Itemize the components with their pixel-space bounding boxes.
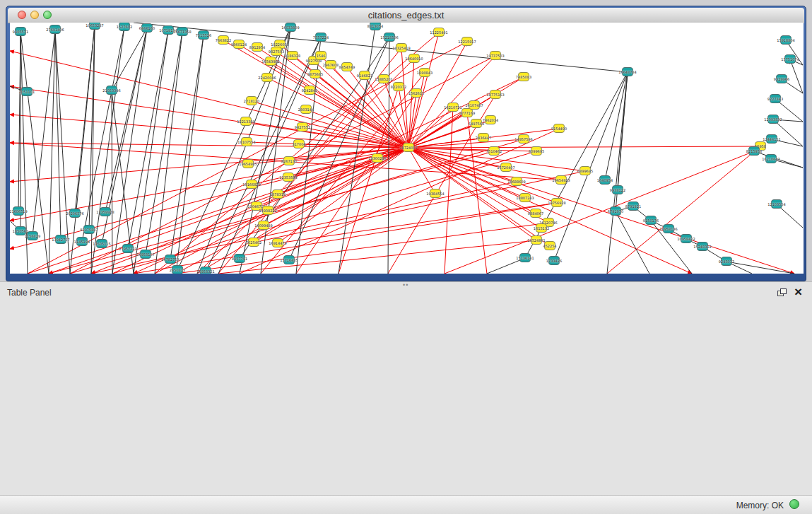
- graph-node[interactable]: 9227343: [770, 94, 781, 103]
- graph-node[interactable]: 16782753: [165, 255, 176, 264]
- graph-node[interactable]: 14524861: [531, 235, 542, 245]
- graph-edge[interactable]: [91, 25, 95, 274]
- graph-edge[interactable]: [10, 148, 408, 249]
- graph-node[interactable]: 12215917: [461, 37, 473, 46]
- graph-edge[interactable]: [28, 120, 490, 274]
- graph-node[interactable]: 1562615: [411, 88, 422, 98]
- graph-edge[interactable]: [408, 146, 760, 148]
- graph-edge[interactable]: [146, 32, 182, 255]
- graph-edge[interactable]: [408, 148, 536, 151]
- graph-edge[interactable]: [445, 107, 453, 274]
- graph-node[interactable]: 1145194: [76, 237, 88, 246]
- graph-edge[interactable]: [112, 28, 147, 90]
- graph-node[interactable]: 15248312: [697, 242, 708, 251]
- graph-node[interactable]: 9245012: [721, 257, 732, 266]
- graph-node[interactable]: 2051101: [21, 87, 33, 96]
- graph-node[interactable]: 18640910: [408, 54, 420, 63]
- graph-node[interactable]: 12103554: [771, 199, 782, 209]
- graph-edge[interactable]: [55, 30, 61, 240]
- graph-node[interactable]: 8791921: [628, 201, 639, 211]
- graph-node[interactable]: 17359928: [100, 207, 111, 216]
- graph-node[interactable]: 2967608: [325, 60, 336, 69]
- graph-node[interactable]: 16210721: [447, 103, 459, 112]
- graph-node[interactable]: 452254: [544, 241, 555, 250]
- graph-node[interactable]: 1690843: [419, 68, 430, 77]
- graph-node[interactable]: 1527602: [119, 23, 130, 31]
- graph-node[interactable]: 22420046: [261, 73, 273, 82]
- graph-node[interactable]: 15136141: [519, 253, 531, 262]
- graph-node[interactable]: 8220372: [393, 82, 404, 91]
- graph-node[interactable]: 317004: [293, 139, 305, 148]
- graph-edge[interactable]: [112, 151, 536, 274]
- graph-node[interactable]: 6497568: [471, 119, 482, 128]
- graph-node[interactable]: 8267130: [283, 156, 295, 165]
- graph-node[interactable]: 18807243: [519, 193, 531, 202]
- graph-node[interactable]: 1156829: [27, 231, 38, 240]
- graph-node[interactable]: 8878314: [272, 189, 283, 199]
- graph-node[interactable]: 9242845: [304, 86, 315, 95]
- graph-node[interactable]: 8099695: [531, 146, 542, 156]
- graph-node[interactable]: 19756928: [551, 198, 563, 207]
- graph-node[interactable]: 21053346: [106, 86, 117, 95]
- graph-node[interactable]: 17957223: [122, 244, 134, 253]
- graph-node[interactable]: 2803144: [300, 105, 312, 114]
- graph-node[interactable]: 9329966: [776, 74, 787, 83]
- graph-node[interactable]: 27691406: [49, 25, 61, 34]
- memory-indicator[interactable]: [789, 499, 799, 509]
- graph-node[interactable]: 10688609: [511, 177, 522, 186]
- graph-node[interactable]: 13505115: [96, 239, 107, 248]
- graph-edge[interactable]: [128, 30, 168, 249]
- graph-node[interactable]: 15218506: [384, 33, 395, 42]
- graph-node[interactable]: 19166829: [246, 180, 257, 189]
- graph-node[interactable]: 8813054: [370, 23, 381, 30]
- float-panel-icon[interactable]: [777, 288, 787, 296]
- graph-node[interactable]: 7557224: [315, 33, 326, 42]
- graph-node[interactable]: 12213389: [240, 117, 252, 126]
- graph-node[interactable]: 12444151: [766, 134, 777, 144]
- graph-node[interactable]: 12353594: [283, 173, 294, 182]
- window-titlebar[interactable]: citations_edges.txt: [8, 8, 804, 23]
- graph-node[interactable]: 9457791: [234, 254, 245, 263]
- graph-node[interactable]: 7515526: [198, 30, 209, 40]
- graph-edge[interactable]: [726, 262, 794, 274]
- graph-node[interactable]: 16958321: [200, 267, 211, 274]
- graph-node[interactable]: 16210643: [765, 154, 777, 163]
- graph-node[interactable]: 14938222: [262, 206, 273, 215]
- graph-node[interactable]: 19654923: [555, 175, 567, 185]
- close-panel-icon[interactable]: ×: [794, 283, 802, 301]
- graph-edge[interactable]: [10, 86, 408, 148]
- graph-edge[interactable]: [33, 30, 55, 236]
- graph-edge[interactable]: [554, 72, 628, 261]
- graph-node[interactable]: 21606519: [13, 206, 24, 216]
- graph-edge[interactable]: [134, 203, 557, 274]
- graph-edge[interactable]: [170, 35, 204, 259]
- graph-node[interactable]: 18107554: [241, 137, 252, 146]
- graph-node[interactable]: 9938122: [612, 185, 623, 194]
- graph-node[interactable]: 6791970: [610, 206, 621, 216]
- graph-node[interactable]: 15716485: [283, 255, 295, 264]
- graph-node[interactable]: 9884067: [530, 209, 541, 218]
- graph-edge[interactable]: [218, 240, 536, 274]
- graph-node[interactable]: 16033809: [285, 23, 296, 32]
- graph-node[interactable]: 11225491: [433, 28, 445, 37]
- graph-node[interactable]: 7625402: [248, 238, 259, 247]
- graph-node[interactable]: 2436447: [478, 133, 489, 142]
- graph-node[interactable]: 15751074: [784, 54, 796, 64]
- graph-node[interactable]: 6466160: [141, 23, 153, 33]
- graph-node[interactable]: 7510462: [488, 146, 500, 156]
- graph-node[interactable]: 19654985: [242, 159, 254, 168]
- graph-edge[interactable]: [296, 93, 416, 274]
- graph-node[interactable]: 9150176: [645, 216, 657, 225]
- graph-node[interactable]: 8454749: [341, 62, 353, 71]
- graph-node[interactable]: 16958107: [140, 250, 151, 259]
- graph-node[interactable]: 16099489: [258, 221, 269, 230]
- graph-node[interactable]: 9427552: [297, 122, 308, 132]
- graph-node[interactable]: 2450312: [172, 265, 183, 274]
- graph-node[interactable]: 10719134: [163, 25, 174, 35]
- graph-node[interactable]: 2718120: [246, 96, 257, 105]
- graph-node[interactable]: 9827503: [271, 47, 282, 56]
- graph-node[interactable]: 1640954: [599, 175, 611, 185]
- graph-node[interactable]: 18724007: [403, 143, 414, 152]
- graph-node[interactable]: 9154490: [553, 124, 565, 133]
- graph-node[interactable]: 19384554: [430, 189, 441, 198]
